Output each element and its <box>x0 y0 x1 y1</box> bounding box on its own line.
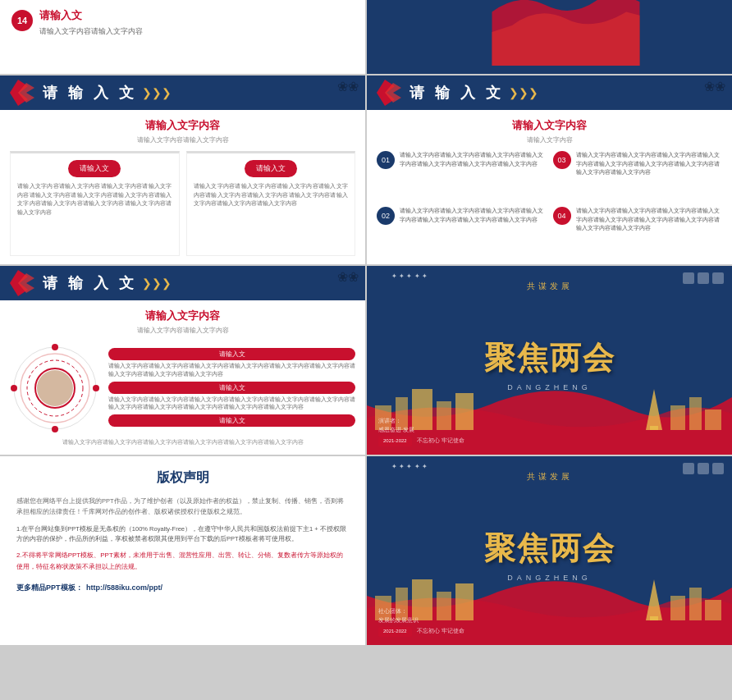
slide3-step3: 请输入文 <box>108 414 355 428</box>
slide-copyright: 版权声明 感谢您在网络平台上提供我的PPT作品，为了维护创者（以及原始作者的权益… <box>0 456 365 645</box>
slide3-circle <box>10 343 100 433</box>
svg-point-14 <box>11 385 17 391</box>
svg-rect-32 <box>670 596 685 620</box>
slide3-bottom-text: 请输入文字内容请输入文字内容请输入文字内容请输入文字内容请输入文字内容请输入文字… <box>10 438 355 446</box>
slide5-bottom-text: 社心团体： 发展的发展意识 2021-2022 不忘初心 牢记使命 <box>378 606 464 637</box>
slide-number-badge: 14 <box>11 10 33 31</box>
slide2-text-01: 请输入文字内容请输入文字内容请输入文字内容请输入文字内容请输入文字内容请输入文字… <box>400 151 547 168</box>
slide2-header-arrows: ❯❯❯ <box>509 86 538 99</box>
slide3-body: 请输入文字内容 请输入文字内容请输入文字内容 <box>0 300 365 455</box>
slide-circular: 请 输 入 文 ❯❯❯ ❀❀ 请输入文字内容 请输入文字内容请输入文字内容 <box>0 266 365 455</box>
slide5-icon-2 <box>698 463 709 474</box>
copyright-more-wrap: 更多精品PPT模板： http://588iku.com/ppt/ <box>16 579 349 593</box>
slide4-date-badge: 2021-2022 <box>378 437 412 446</box>
slide2-body: 请输入文字内容 请输入文字内容 01 请输入文字内容请输入文字内容请输入文字内容… <box>367 110 732 264</box>
slide2-text-03: 请输入文字内容请输入文字内容请输入文字内容请输入文字内容请输入文字内容请输入文字… <box>576 151 723 177</box>
slide3-deco: ❀❀ <box>337 269 359 285</box>
slide1-box1-btn: 请输入文 <box>68 160 121 177</box>
slide3-step2: 请输入文 请输入文字内容请输入文字内容请输入文字内容请输入文字内容请输入文字内容… <box>108 382 355 412</box>
slide4-badge-wrap: 2021-2022 不忘初心 牢记使命 <box>378 436 464 446</box>
top-left-subtitle: 请输入文字内容请输入文字内容 <box>39 26 354 38</box>
slide2-item-03: 03 请输入文字内容请输入文字内容请输入文字内容请输入文字内容请输入文字内容请输… <box>553 151 723 200</box>
slide2-text-02: 请输入文字内容请输入文字内容请输入文字内容请输入文字内容请输入文字内容请输入文字… <box>400 207 547 224</box>
svg-point-12 <box>93 385 99 391</box>
slide1-header-title: 请 输 入 文 <box>43 83 137 103</box>
svg-rect-23 <box>689 397 702 430</box>
svg-point-11 <box>52 344 58 350</box>
slide3-header: 请 输 入 文 ❯❯❯ ❀❀ <box>0 266 365 300</box>
slide4-icon-2 <box>698 272 709 284</box>
slide2-center-sub: 请输入文字内容 <box>377 135 722 144</box>
slide1-deco: ❀❀ <box>337 79 359 94</box>
slide2-text-04: 请输入文字内容请输入文字内容请输入文字内容请输入文字内容请输入文字内容请输入文字… <box>576 207 723 233</box>
slide1-two-boxes: 请输入文 请输入文字内容请输入文字内容请输入文字内容请输入文字内容请输入文字内容… <box>10 151 355 256</box>
slide3-center-sub: 请输入文字内容请输入文字内容 <box>10 326 355 335</box>
slide1-box2-btn: 请输入文 <box>245 160 297 177</box>
slide3-step2-btn: 请输入文 <box>108 382 355 394</box>
slide4-main-title: 聚焦两会 <box>484 337 615 379</box>
copyright-item1: 1.在平台网站集到PPT模板是无条权的（100% Royalty-Free），在… <box>16 524 349 546</box>
svg-point-13 <box>52 426 58 432</box>
slide5-toptext: 共谋发展 <box>527 471 573 483</box>
slide3-step1: 请输入文 请输入文字内容请输入文字内容请输入文字内容请输入文字内容请输入文字内容… <box>108 348 355 378</box>
top-left-text-block: 请输入文 请输入文字内容请输入文字内容 <box>39 8 354 38</box>
copyright-link[interactable]: http://588iku.com/ppt/ <box>86 583 162 592</box>
svg-marker-20 <box>646 389 662 430</box>
slide3-step1-btn: 请输入文 <box>108 348 355 360</box>
slide5-label1: 社心团体： <box>378 606 464 615</box>
slide2-num-02: 02 <box>377 207 395 225</box>
slide5-badge-wrap: 2021-2022 不忘初心 牢记使命 <box>378 626 464 637</box>
svg-rect-24 <box>705 409 721 430</box>
slide3-header-title: 请 输 入 文 <box>43 273 137 293</box>
svg-marker-30 <box>646 579 662 620</box>
slide-top-left: 14 请输入文 请输入文字内容请输入文字内容 <box>0 0 365 74</box>
svg-rect-21 <box>650 426 658 430</box>
slide4-toptext: 共谋发展 <box>527 281 573 292</box>
slide1-center-sub: 请输入文字内容请输入文字内容 <box>10 135 355 144</box>
slide5-label2: 发展的发展意识 <box>378 615 464 625</box>
slide1-center-title: 请输入文字内容 <box>10 118 355 133</box>
slide1-header: 请 输 入 文 ❯❯❯ ❀❀ <box>0 75 365 110</box>
slide-top-right <box>367 0 732 74</box>
slide2-num-03: 03 <box>553 151 571 169</box>
slide4-icon-3 <box>712 272 724 284</box>
slide5-icon-1 <box>683 463 694 474</box>
slide-numbered-list: 请 输 入 文 ❯❯❯ ❀❀ 请输入文字内容 请输入文字内容 01 请输入文字内… <box>367 75 732 264</box>
slide1-header-arrows: ❯❯❯ <box>142 86 172 99</box>
slide4-birds: ✦ ✦ ✦ ✦ ✦ <box>391 272 428 280</box>
slide-two-boxes: 请 输 入 文 ❯❯❯ ❀❀ 请输入文字内容 请输入文字内容请输入文字内容 请输… <box>0 75 365 264</box>
slide3-center-title: 请输入文字内容 <box>10 309 355 323</box>
slide1-box1-text: 请输入文字内容请输入文字内容请输入文字内容请输入文字内容请输入文字内容请输入文字… <box>17 182 172 217</box>
slide2-item-04: 04 请输入文字内容请输入文字内容请输入文字内容请输入文字内容请输入文字内容请输… <box>553 207 723 256</box>
slide2-center-title: 请输入文字内容 <box>377 118 722 133</box>
top-left-title: 请输入文 <box>39 8 354 23</box>
slide2-item-02: 02 请输入文字内容请输入文字内容请输入文字内容请输入文字内容请输入文字内容请输… <box>377 207 547 256</box>
slide2-item-01: 01 请输入文字内容请输入文字内容请输入文字内容请输入文字内容请输入文字内容请输… <box>377 151 547 200</box>
svg-rect-22 <box>670 405 685 430</box>
slide3-steps: 请输入文 请输入文字内容请输入文字内容请输入文字内容请输入文字内容请输入文字内容… <box>108 348 355 428</box>
slide2-list: 01 请输入文字内容请输入文字内容请输入文字内容请输入文字内容请输入文字内容请输… <box>377 151 722 256</box>
slide3-step2-text: 请输入文字内容请输入文字内容请输入文字内容请输入文字内容请输入文字内容请输入文字… <box>108 396 355 412</box>
slide4-label2: 感恩奋进·发展 <box>378 425 464 434</box>
svg-rect-34 <box>705 600 721 620</box>
slide5-slogan: 不忘初心 牢记使命 <box>417 628 464 634</box>
copyright-intro: 感谢您在网络平台上提供我的PPT作品，为了维护创者（以及原始作者的权益），禁止复… <box>16 496 349 518</box>
svg-rect-33 <box>689 588 702 620</box>
slide1-box1: 请输入文 请输入文字内容请输入文字内容请输入文字内容请输入文字内容请输入文字内容… <box>10 151 180 256</box>
copyright-title: 版权声明 <box>16 469 349 487</box>
slide3-step3-btn: 请输入文 <box>108 414 355 427</box>
svg-point-10 <box>37 370 73 406</box>
slide1-body: 请输入文字内容 请输入文字内容请输入文字内容 请输入文 请输入文字内容请输入文字… <box>0 110 365 264</box>
slide3-header-arrows: ❯❯❯ <box>142 277 172 290</box>
slide2-deco: ❀❀ <box>704 79 725 94</box>
main-grid: 14 请输入文 请输入文字内容请输入文字内容 请 输 入 文 ❯❯❯ ❀❀ 请输… <box>0 0 732 700</box>
slide1-box2-text: 请输入文字内容请输入文字内容请输入文字内容请输入文字内容请输入文字内容请输入文字… <box>194 182 349 208</box>
slide1-box2: 请输入文 请输入文字内容请输入文字内容请输入文字内容请输入文字内容请输入文字内容… <box>186 151 356 256</box>
slide3-circular-layout: 请输入文 请输入文字内容请输入文字内容请输入文字内容请输入文字内容请输入文字内容… <box>10 341 355 435</box>
slide5-date-badge: 2021-2022 <box>378 627 412 637</box>
slide4-icons <box>683 272 724 284</box>
slide5-main-title: 聚焦两会 <box>484 528 615 570</box>
slide-lianghu-1: ✦ ✦ ✦ ✦ ✦ 共谋发展 聚焦两会 DANGZHENG <box>367 266 732 455</box>
copyright-item2: 2.不得将平常网络PPT模板、PPT素材，未准用于出售、混营性应用、出营、转让、… <box>16 550 349 572</box>
slide2-num-01: 01 <box>377 151 395 169</box>
